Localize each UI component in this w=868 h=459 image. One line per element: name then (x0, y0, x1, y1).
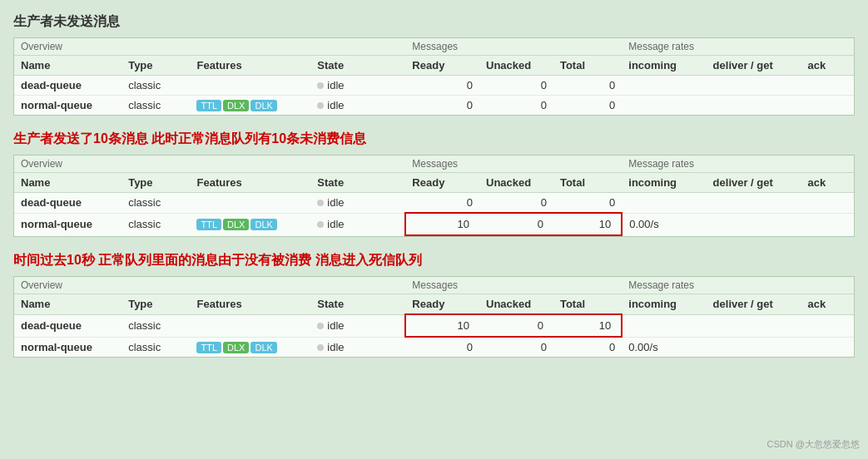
cell-ack (801, 76, 854, 96)
cell-state: idle (310, 193, 405, 214)
cell-ready: 10 (405, 314, 479, 337)
section3-body: dead-queueclassicidle10010normal-queuecl… (14, 314, 854, 357)
section1-title: 生产者未发送消息 (13, 13, 855, 31)
section3-table: Overview Messages Message rates Name Typ… (14, 277, 854, 357)
col-name3: Name (14, 294, 122, 315)
message-rates-header3: Message rates (622, 277, 854, 294)
cell-deliver (707, 193, 801, 214)
col-incoming2: incoming (622, 173, 706, 193)
cell-incoming (622, 76, 706, 96)
col-ack3: ack (801, 294, 854, 315)
cell-state: idle (310, 96, 405, 116)
cell-deliver (707, 337, 801, 357)
cell-unacked: 0 (479, 314, 553, 337)
feature-tag: DLX (223, 219, 249, 230)
cell-total: 0 (553, 337, 622, 357)
cell-ack (801, 193, 854, 214)
cell-features: TTLDLXDLK (190, 96, 310, 116)
cell-total: 0 (553, 96, 622, 116)
messages-header2: Messages (405, 155, 622, 173)
col-incoming3: incoming (622, 294, 706, 315)
section2-table-container: Overview Messages Message rates Name Typ… (13, 155, 855, 237)
feature-tag: TTL (196, 100, 221, 111)
feature-tag: DLK (250, 219, 276, 230)
section2: 生产者发送了10条消息 此时正常消息队列有10条未消费信息 Overview M… (13, 131, 855, 237)
col-ready3: Ready (405, 294, 479, 315)
cell-ack (801, 337, 854, 357)
col-total: Total (553, 56, 622, 76)
cell-state: idle (310, 314, 405, 337)
overview-header3: Overview (14, 277, 405, 294)
cell-ready: 0 (405, 96, 479, 116)
section1-header-row: Overview Messages Message rates (14, 38, 854, 56)
col-ready: Ready (405, 56, 479, 76)
cell-features (190, 314, 310, 337)
section1-table-container: Overview Messages Message rates Name Typ… (13, 37, 855, 116)
col-type: Type (122, 56, 190, 76)
col-unacked2: Unacked (479, 173, 553, 193)
table-row: normal-queueclassicTTLDLXDLKidle000 (14, 96, 854, 116)
col-features2: Features (190, 173, 310, 193)
section3-header-row: Overview Messages Message rates (14, 277, 854, 294)
col-name2: Name (14, 173, 122, 193)
col-deliver2: deliver / get (707, 173, 801, 193)
overview-header: Overview (14, 38, 405, 56)
cell-total: 10 (553, 314, 622, 337)
section3: 时间过去10秒 正常队列里面的消息由于没有被消费 消息进入死信队列 Overvi… (13, 252, 855, 358)
cell-ack (801, 314, 854, 337)
cell-ready: 0 (405, 337, 479, 357)
col-incoming: incoming (622, 56, 706, 76)
cell-name: dead-queue (14, 193, 122, 214)
section3-table-container: Overview Messages Message rates Name Typ… (13, 276, 855, 358)
col-ready2: Ready (405, 173, 479, 193)
col-state2: State (310, 173, 405, 193)
cell-name: dead-queue (14, 76, 122, 96)
cell-ready: 10 (405, 213, 479, 235)
cell-name: normal-queue (14, 213, 122, 235)
col-total2: Total (553, 173, 622, 193)
state-dot-icon (317, 200, 324, 206)
col-name: Name (14, 56, 122, 76)
table-row: normal-queueclassicTTLDLXDLKidle0000.00/… (14, 337, 854, 357)
cell-incoming: 0.00/s (622, 337, 706, 357)
message-rates-header: Message rates (622, 38, 854, 56)
section1-table: Overview Messages Message rates Name Typ… (14, 38, 854, 115)
table-row: dead-queueclassicidle000 (14, 76, 854, 96)
cell-ack (801, 213, 854, 235)
col-deliver3: deliver / get (707, 294, 801, 315)
state-dot-icon (317, 102, 324, 109)
feature-tag: DLK (250, 342, 276, 353)
cell-incoming (622, 96, 706, 116)
table-row: normal-queueclassicTTLDLXDLKidle100100.0… (14, 213, 854, 235)
col-ack: ack (801, 56, 854, 76)
col-state: State (310, 56, 405, 76)
cell-deliver (707, 76, 801, 96)
messages-header3: Messages (405, 277, 622, 294)
section2-table: Overview Messages Message rates Name Typ… (14, 155, 854, 236)
feature-tag: DLX (223, 342, 249, 353)
cell-name: dead-queue (14, 314, 122, 337)
cell-unacked: 0 (479, 213, 553, 235)
feature-tag: TTL (196, 219, 221, 230)
cell-type: classic (122, 314, 190, 337)
state-dot-icon (317, 323, 324, 329)
state-dot-icon (317, 82, 324, 89)
cell-total: 0 (553, 76, 622, 96)
cell-type: classic (122, 76, 190, 96)
col-features3: Features (190, 294, 310, 315)
cell-total: 0 (553, 193, 622, 214)
cell-deliver (707, 213, 801, 235)
cell-state: idle (310, 213, 405, 235)
feature-tag: DLK (250, 100, 276, 111)
cell-deliver (707, 96, 801, 116)
col-ack2: ack (801, 173, 854, 193)
section1-col-headers: Name Type Features State Ready Unacked T… (14, 56, 854, 76)
cell-unacked: 0 (479, 96, 553, 116)
col-unacked3: Unacked (479, 294, 553, 315)
cell-ready: 0 (405, 76, 479, 96)
state-dot-icon (317, 221, 324, 228)
cell-ready: 0 (405, 193, 479, 214)
cell-total: 10 (553, 213, 622, 235)
section2-title: 生产者发送了10条消息 此时正常消息队列有10条未消费信息 (13, 131, 855, 148)
cell-name: normal-queue (14, 337, 122, 357)
